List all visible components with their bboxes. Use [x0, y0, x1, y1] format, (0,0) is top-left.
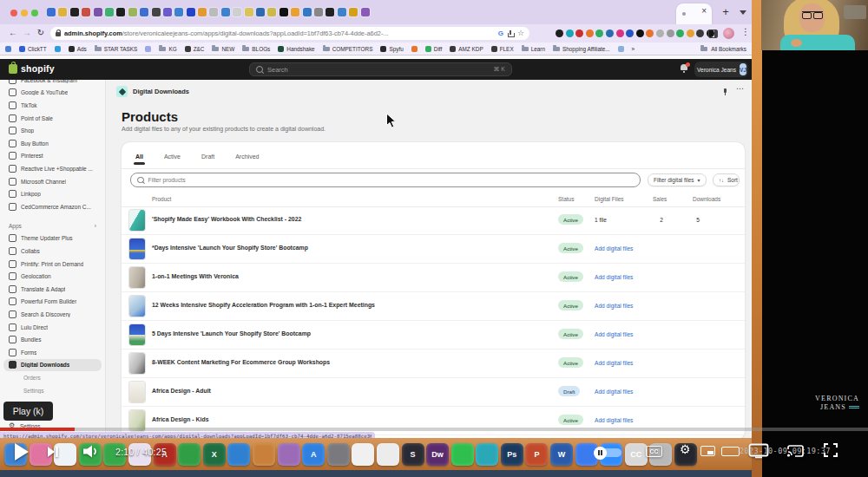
- powerpoint-icon[interactable]: P: [525, 443, 548, 466]
- sidebar-section-apps[interactable]: Apps ›: [9, 219, 96, 232]
- system-settings-icon[interactable]: [327, 443, 350, 466]
- add-digital-files-link[interactable]: Add digital files: [595, 389, 633, 395]
- tab-favicon[interactable]: [47, 8, 56, 16]
- photoshop-icon[interactable]: Ps: [501, 443, 523, 466]
- bookmark-learn[interactable]: Learn: [522, 46, 545, 52]
- sidebar-item-microsoft-channel[interactable]: Microsoft Channel: [0, 175, 105, 188]
- tab-favicon[interactable]: [174, 8, 183, 16]
- excel-icon[interactable]: X: [203, 443, 226, 466]
- settings-button[interactable]: ⚙: [680, 442, 691, 456]
- tab-all[interactable]: All: [134, 150, 145, 163]
- admin-search-input[interactable]: Search ⌘ K: [249, 62, 512, 76]
- user-menu[interactable]: Veronica Jeans VJ: [694, 62, 748, 77]
- tab-favicon[interactable]: [140, 8, 148, 16]
- sidebar-item-theme-updater-plus[interactable]: Theme Updater Plus: [0, 232, 105, 245]
- tab-favicon[interactable]: [209, 8, 218, 16]
- app-store-icon[interactable]: A: [302, 443, 325, 466]
- cast-button[interactable]: [786, 444, 805, 458]
- tab-favicon[interactable]: [361, 8, 370, 16]
- play-on-tv-button[interactable]: [748, 443, 769, 459]
- window-minimize-button[interactable]: [21, 10, 28, 16]
- sidebar-item-powerful-form-builder[interactable]: Powerful Form Builder: [0, 296, 105, 309]
- tab-favicon[interactable]: [314, 8, 323, 16]
- sidebar-item-point-of-sale[interactable]: Point of Sale: [0, 112, 105, 125]
- sidebar-item-settings[interactable]: Settings: [0, 384, 105, 397]
- forward-button[interactable]: →: [21, 26, 33, 40]
- extension-icon[interactable]: [606, 29, 614, 37]
- sidebar-item-lulu-direct[interactable]: Lulu Direct: [0, 321, 105, 334]
- sidebar-item-bundles[interactable]: Bundles: [0, 333, 105, 346]
- scrivener-icon[interactable]: S: [402, 443, 424, 466]
- new-tab-button[interactable]: +: [718, 4, 733, 20]
- tab-favicon[interactable]: [94, 8, 102, 16]
- sidebar-item-pinterest[interactable]: Pinterest: [0, 150, 105, 163]
- bookmark-z-c[interactable]: Z&C: [185, 46, 205, 52]
- sidebar-item-search-discovery[interactable]: Search & Discovery: [0, 308, 105, 321]
- add-digital-files-link[interactable]: Add digital files: [595, 274, 633, 280]
- tab-search-chevron-icon[interactable]: [740, 10, 746, 15]
- bookmark-icon[interactable]: [145, 46, 151, 52]
- sidebar-item-tiktok[interactable]: TikTok: [0, 99, 105, 112]
- extension-icon[interactable]: [575, 29, 583, 37]
- add-digital-files-link[interactable]: Add digital files: [595, 360, 633, 366]
- bookmark-spyfu[interactable]: Spyfu: [380, 46, 403, 52]
- sidebar-item-shop[interactable]: Shop: [0, 124, 105, 137]
- bookmark-icon[interactable]: [5, 46, 11, 52]
- tab-favicon[interactable]: [349, 8, 358, 16]
- filter-products-input[interactable]: Filter products: [130, 173, 641, 187]
- sidebar-item-orders[interactable]: Orders: [0, 371, 105, 384]
- extension-icon[interactable]: [626, 29, 634, 37]
- word-icon[interactable]: W: [550, 443, 573, 466]
- sidebar-item-translate-adapt[interactable]: Translate & Adapt: [0, 283, 105, 296]
- chrome-icon[interactable]: [352, 443, 374, 466]
- extension-icon[interactable]: [646, 29, 654, 37]
- browser-menu-icon[interactable]: ⋮: [741, 27, 750, 36]
- tab-favicon[interactable]: [245, 8, 253, 16]
- sidebar-item-buy-button[interactable]: Buy Button: [0, 137, 105, 150]
- extension-icon[interactable]: [586, 29, 594, 37]
- pencil-icon[interactable]: [253, 443, 275, 466]
- tab-favicon[interactable]: [163, 8, 172, 16]
- bookmark-kg[interactable]: KG: [159, 46, 176, 52]
- table-row[interactable]: 1-on-1 Meetings With Veronica Active Add…: [122, 264, 745, 292]
- tab-favicon[interactable]: [152, 8, 161, 16]
- address-bar[interactable]: admin.shopify.com/store/veronicaleejeans…: [50, 27, 529, 40]
- subtitles-button[interactable]: CC: [646, 446, 662, 457]
- sidebar-item-geolocation[interactable]: Geolocation: [0, 270, 105, 283]
- miniplayer-button[interactable]: [700, 446, 715, 456]
- more-actions-icon[interactable]: ⋯: [736, 84, 745, 93]
- sidebar-item-forms[interactable]: Forms: [0, 346, 105, 359]
- tab-active[interactable]: Active: [162, 150, 182, 163]
- table-row[interactable]: Africa Design - Adult Draft Add digital …: [122, 378, 745, 407]
- tab-favicon[interactable]: [116, 8, 125, 16]
- autoplay-toggle[interactable]: [595, 448, 621, 457]
- add-digital-files-link[interactable]: Add digital files: [595, 331, 633, 337]
- sidebar-item-reactive-live-shoppable[interactable]: Reactive Live +Shoppable ...: [0, 162, 105, 175]
- play-button[interactable]: [12, 441, 31, 462]
- shopify-logo[interactable]: shopify: [9, 63, 55, 74]
- volume-button[interactable]: [82, 445, 100, 458]
- tab-favicon[interactable]: [279, 8, 288, 16]
- tab-favicon[interactable]: [58, 8, 67, 16]
- bookmark-icon[interactable]: [55, 46, 61, 52]
- bookmark-[interactable]: »: [632, 46, 635, 52]
- tab-favicon[interactable]: [105, 8, 114, 16]
- extension-icon[interactable]: [556, 29, 563, 37]
- sidebar-item-printify-print-on-demand[interactable]: Printify: Print on Demand: [0, 258, 105, 271]
- tab-draft[interactable]: Draft: [200, 150, 216, 163]
- side-panel-icon[interactable]: [708, 29, 718, 38]
- table-row[interactable]: 12 Weeks Intensive Shopify Acceleration …: [122, 292, 745, 321]
- video-progress-track[interactable]: [0, 428, 868, 431]
- bookmark-blogs[interactable]: BLOGs: [242, 46, 270, 52]
- tab-favicon[interactable]: [198, 8, 207, 16]
- cc-app-icon[interactable]: CC: [625, 443, 648, 466]
- extension-icon[interactable]: [636, 29, 644, 37]
- window-close-button[interactable]: [10, 10, 17, 16]
- table-row[interactable]: *Days Intensive 'Launch Your Shopify Sto…: [122, 235, 745, 264]
- bookmark-competitors[interactable]: COMPETITORS: [323, 46, 373, 52]
- sort-button[interactable]: ↑↓ Sort: [713, 173, 740, 186]
- tab-favicon[interactable]: [70, 8, 79, 16]
- google-lens-icon[interactable]: G: [498, 29, 503, 37]
- tab-close-icon[interactable]: ×: [701, 6, 707, 16]
- sidebar-item-digital-downloads[interactable]: Digital Downloads: [3, 359, 102, 372]
